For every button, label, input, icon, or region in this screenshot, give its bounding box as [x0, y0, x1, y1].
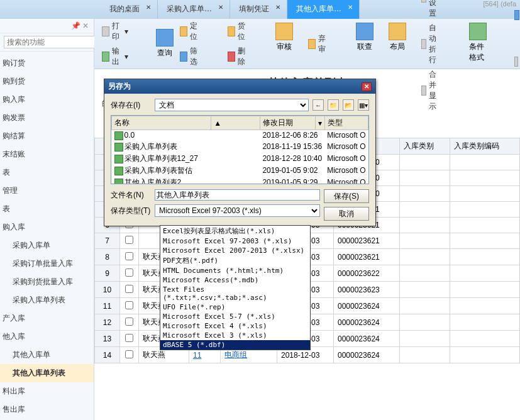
autofold-button[interactable]: 自动折行	[419, 21, 444, 67]
dialog-title: 另存为	[108, 81, 131, 92]
dropdown-option[interactable]: Microsoft Excel 2007-2013 (*.xlsx)	[160, 246, 310, 255]
file-row[interactable]: 采购入库单列表暂估2019-01-05 9:02Microsoft O	[112, 165, 368, 177]
pin-icon[interactable]: 📌 ✕	[0, 19, 94, 33]
sidebar-item[interactable]: 采购入库单列表	[0, 291, 94, 309]
file-row[interactable]: 采购入库单列表2018-11-19 15:36Microsoft O	[112, 141, 368, 153]
autofold-icon	[421, 39, 426, 49]
save-in-select[interactable]: 文档	[155, 99, 309, 111]
filename-input[interactable]	[155, 189, 320, 201]
sidebar-item[interactable]: 他入库	[0, 328, 94, 346]
othertpl-button[interactable]: 其他入库单打印模…	[512, 34, 520, 90]
ribbon: 打印 ▾ 输出 ▾ 查询 定位 筛选 货位 删除 审核 弃审 联查 布局 栏目设…	[94, 19, 520, 69]
row-checkbox[interactable]	[125, 285, 133, 293]
designtpl-icon	[514, 10, 519, 20]
dropdown-option[interactable]: dBASE 5 (*.dbf)	[160, 340, 310, 350]
dropdown-option[interactable]: Microsoft Excel 97-2003 (*.xls)	[160, 236, 310, 246]
filter-button[interactable]: 筛选	[177, 45, 202, 69]
back-icon[interactable]: ←	[313, 99, 324, 111]
sidebar-item[interactable]: 购订货	[0, 54, 94, 72]
dropdown-option[interactable]: HTML Documents (*.html;*.htm)	[160, 266, 310, 275]
sidebar-item[interactable]: 采购入库单	[0, 236, 94, 255]
file-row[interactable]: 采购入库单列表12_272018-12-28 10:40Microsoft O	[112, 153, 368, 165]
query-button[interactable]: 查询	[153, 28, 176, 60]
audit-button[interactable]: 审核	[273, 21, 296, 66]
layout-icon	[389, 23, 406, 40]
sidebar-item[interactable]: 购到货	[0, 72, 94, 91]
row-checkbox[interactable]	[125, 236, 133, 244]
file-list[interactable]: 名称 ▲ 修改日期 ▾ 类型 0.02018-12-06 8:26Microso…	[111, 115, 369, 184]
sidebar-item[interactable]: 采购到货批量入库	[0, 273, 94, 291]
dropdown-option[interactable]: PDF文档(*.pdf)	[160, 255, 310, 266]
sidebar-item[interactable]: 购入库	[0, 91, 94, 109]
close-icon[interactable]: ✕	[362, 82, 372, 91]
file-row[interactable]: 0.02018-12-06 8:26Microsoft O	[112, 130, 368, 141]
sidebar-item[interactable]: 表	[0, 200, 94, 218]
layout-button[interactable]: 布局	[386, 21, 409, 66]
sidebar-item[interactable]: 其他入库单	[0, 346, 94, 364]
dropdown-option[interactable]: Microsoft Excel 4 (*.xls)	[160, 321, 310, 331]
delete-button[interactable]: 删除	[225, 45, 250, 69]
row-checkbox[interactable]	[125, 301, 133, 309]
row-checkbox[interactable]	[125, 252, 133, 260]
colset-icon	[421, 0, 426, 3]
up-icon[interactable]: 📁	[328, 99, 339, 111]
save-button[interactable]: 保存(S)	[324, 189, 369, 203]
row-checkbox[interactable]	[125, 318, 133, 326]
stock-button[interactable]: 货位	[225, 19, 250, 43]
abandon-button[interactable]: 弃审	[306, 21, 331, 66]
sidebar-item[interactable]: 购结算	[0, 127, 94, 145]
sidebar-item[interactable]: 管理	[0, 182, 94, 200]
locate-button[interactable]: 定位	[177, 19, 202, 43]
tab-我的桌面[interactable]: 我的桌面✕	[101, 0, 158, 19]
filename-label: 文件名(N)	[111, 190, 151, 201]
row-checkbox[interactable]	[125, 268, 133, 277]
sidebar-item[interactable]: 产入库	[0, 309, 94, 328]
dropdown-option[interactable]: Excel按列表显示格式输出(*.xls)	[160, 226, 310, 236]
tab-close-icon[interactable]: ✕	[348, 4, 353, 11]
sidebar-item[interactable]: 购入库	[0, 218, 94, 236]
tab-填制凭证[interactable]: 填制凭证✕	[230, 0, 287, 19]
dropdown-option[interactable]: Microsoft Excel 3 (*.xls)	[160, 331, 310, 340]
colset-button[interactable]: 栏目设置	[419, 0, 444, 20]
dropdown-option[interactable]: Microsoft Access(*.mdb)	[160, 275, 310, 285]
filetype-select[interactable]: Microsoft Excel 97-2003 (*.xls)	[155, 204, 320, 217]
tab-采购入库单…[interactable]: 采购入库单…✕	[158, 0, 230, 19]
merge-button[interactable]: 合并显示	[419, 68, 444, 113]
tab-close-icon[interactable]: ✕	[218, 4, 223, 11]
dropdown-option[interactable]: Microsoft Excel 5-7 (*.xls)	[160, 312, 310, 321]
newfolder-icon[interactable]: 📂	[343, 99, 354, 111]
filetype-label: 保存类型(T)	[111, 206, 151, 216]
filetype-dropdown[interactable]: Excel按列表显示格式输出(*.xls)Microsoft Excel 97-…	[160, 225, 311, 350]
views-icon[interactable]: ▦▾	[358, 99, 369, 111]
dropdown-option[interactable]: UFO File(*.rep)	[160, 302, 310, 312]
output-button[interactable]: 输出 ▾	[99, 45, 131, 69]
tab-close-icon[interactable]: ✕	[275, 4, 280, 11]
designtpl-button[interactable]: 设计打印模板	[512, 0, 520, 33]
dept-link[interactable]: 电商组	[224, 350, 247, 359]
sidebar-item[interactable]: 售出库	[0, 401, 94, 419]
search-input[interactable]	[4, 36, 104, 48]
cancel-button[interactable]: 取消	[324, 207, 369, 221]
row-checkbox[interactable]	[125, 334, 133, 342]
sidebar-item[interactable]: 料出库	[0, 382, 94, 401]
stock-icon	[228, 26, 235, 36]
file-row[interactable]: 其他入库单列表22019-01-05 9:29Microsoft O	[112, 177, 368, 184]
sidebar-item[interactable]: 购发票	[0, 109, 94, 127]
tab-其他入库单…[interactable]: 其他入库单…✕	[287, 0, 360, 19]
grid-header[interactable]: 入库类别	[399, 138, 450, 155]
print-button[interactable]: 打印 ▾	[99, 19, 131, 43]
condfmt-button[interactable]: 条件格式	[467, 21, 489, 66]
sidebar-item[interactable]: 其他入库单列表	[0, 364, 94, 382]
sidebar-item[interactable]: 采购订单批量入库	[0, 255, 94, 273]
print-icon	[102, 26, 109, 36]
tab-close-icon[interactable]: ✕	[146, 4, 151, 11]
row-checkbox[interactable]	[125, 350, 133, 358]
sidebar-item[interactable]: 末结账	[0, 145, 94, 163]
save-in-label: 保存在(I)	[111, 100, 151, 111]
dropdown-option[interactable]: Text Files (*.txt;*.csv;*.tab;*.asc)	[160, 285, 310, 302]
lianch-button[interactable]: 联查	[353, 21, 376, 66]
dept-code-link[interactable]: 11	[193, 351, 201, 360]
delete-icon	[228, 52, 235, 62]
grid-header[interactable]: 入库类别编码	[450, 138, 519, 155]
sidebar-item[interactable]: 表	[0, 163, 94, 182]
